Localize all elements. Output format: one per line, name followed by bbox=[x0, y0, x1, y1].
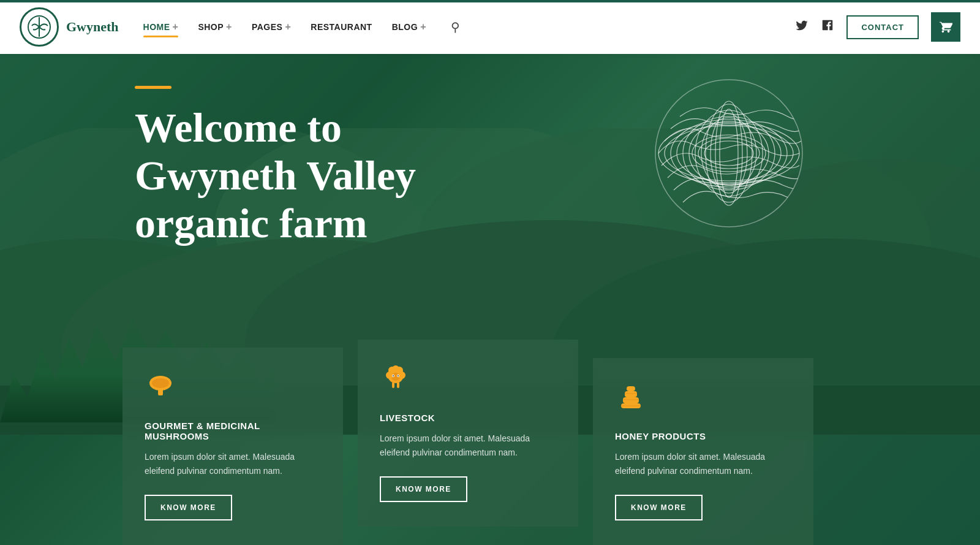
svg-point-21 bbox=[706, 104, 752, 202]
svg-rect-53 bbox=[625, 393, 637, 394]
svg-point-25 bbox=[692, 135, 766, 172]
logo-area[interactable]: Gwyneth bbox=[20, 7, 119, 47]
card-honey: HONEY PRODUCTS Lorem ipsum dolor sit ame… bbox=[593, 358, 813, 545]
card-mushrooms-title: GOURMET & MEDICINAL MUSHROOMS bbox=[145, 421, 321, 441]
svg-point-11 bbox=[655, 80, 802, 227]
svg-point-26 bbox=[698, 138, 760, 169]
logo-icon bbox=[20, 7, 59, 47]
topo-circle bbox=[649, 74, 809, 233]
card-honey-title: HONEY PRODUCTS bbox=[615, 431, 791, 441]
nav-right: CONTACT bbox=[795, 12, 960, 42]
svg-point-42 bbox=[398, 375, 399, 376]
hero-title: Welcome to Gwyneth Valley organic farm bbox=[135, 104, 502, 248]
nav-shop[interactable]: SHOP + bbox=[198, 21, 232, 32]
beehive-icon bbox=[615, 380, 791, 419]
search-icon[interactable]: ⚲ bbox=[451, 20, 460, 34]
card-mushrooms: GOURMET & MEDICINAL MUSHROOMS Lorem ipsu… bbox=[123, 348, 343, 545]
blog-plus-icon: + bbox=[420, 21, 426, 32]
honey-know-more-button[interactable]: KNOW MORE bbox=[615, 495, 703, 520]
hero-content: Welcome to Gwyneth Valley organic farm bbox=[135, 86, 502, 248]
card-livestock-text: Lorem ipsum dolor sit amet. Malesuada el… bbox=[380, 432, 556, 459]
card-honey-text: Lorem ipsum dolor sit amet. Malesuada el… bbox=[615, 450, 791, 478]
mushrooms-know-more-button[interactable]: KNOW MORE bbox=[145, 495, 232, 520]
nav-blog[interactable]: BLOG + bbox=[392, 21, 426, 32]
svg-rect-45 bbox=[392, 382, 394, 388]
nav-home[interactable]: HOME + bbox=[143, 21, 179, 32]
livestock-know-more-button[interactable]: KNOW MORE bbox=[380, 476, 467, 502]
nav-restaurant[interactable]: RESTAURANT bbox=[311, 22, 372, 32]
svg-point-20 bbox=[701, 118, 756, 189]
card-mushrooms-text: Lorem ipsum dolor sit amet. Malesuada el… bbox=[145, 450, 321, 478]
card-livestock-title: LIVESTOCK bbox=[380, 413, 556, 423]
nav-links: HOME + SHOP + PAGES + RESTAURANT BLOG + … bbox=[143, 20, 796, 34]
site-name: Gwyneth bbox=[66, 19, 119, 35]
svg-point-41 bbox=[393, 375, 394, 376]
svg-point-38 bbox=[392, 365, 399, 373]
svg-point-12 bbox=[655, 80, 802, 227]
svg-rect-51 bbox=[621, 405, 641, 406]
svg-rect-50 bbox=[627, 386, 635, 391]
accent-bar bbox=[135, 86, 172, 89]
svg-point-31 bbox=[152, 378, 169, 388]
navbar: Gwyneth HOME + SHOP + PAGES + RESTAURANT… bbox=[0, 0, 980, 54]
svg-rect-46 bbox=[397, 382, 399, 388]
home-plus-icon: + bbox=[173, 21, 179, 32]
cards-row: GOURMET & MEDICINAL MUSHROOMS Lorem ipsu… bbox=[123, 340, 980, 545]
mushroom-icon bbox=[145, 370, 321, 408]
svg-point-17 bbox=[683, 116, 775, 190]
sheep-icon bbox=[380, 362, 556, 400]
svg-rect-52 bbox=[623, 399, 639, 400]
nav-pages[interactable]: PAGES + bbox=[252, 21, 291, 32]
card-livestock: LIVESTOCK Lorem ipsum dolor sit amet. Ma… bbox=[358, 340, 578, 527]
shop-plus-icon: + bbox=[226, 21, 232, 32]
twitter-icon[interactable] bbox=[795, 18, 809, 36]
pages-plus-icon: + bbox=[285, 21, 291, 32]
hero-section: Welcome to Gwyneth Valley organic farm bbox=[0, 0, 980, 545]
facebook-icon[interactable] bbox=[821, 18, 834, 36]
top-accent-bar bbox=[0, 0, 980, 2]
contact-button[interactable]: CONTACT bbox=[846, 15, 919, 39]
cart-button[interactable] bbox=[931, 12, 960, 42]
